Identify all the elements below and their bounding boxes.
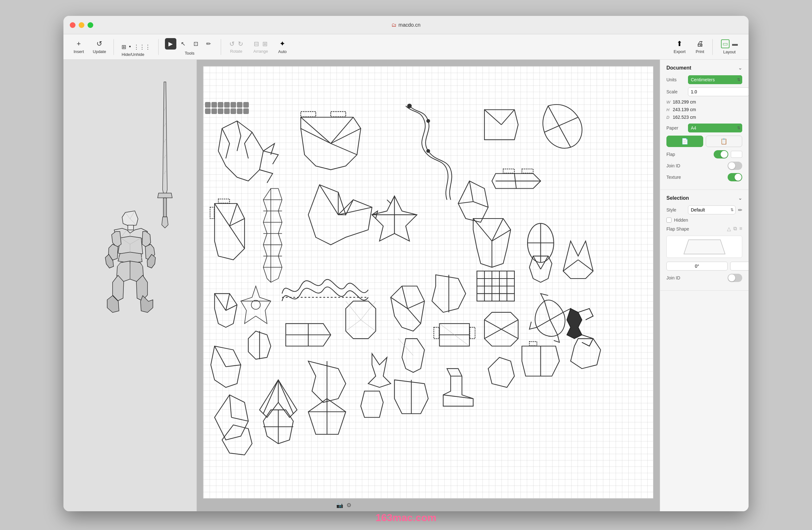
svg-rect-1 — [128, 225, 133, 230]
style-select[interactable]: Default — [688, 206, 736, 214]
paper-sheets: 📷 ⚙ — [197, 60, 660, 511]
svg-point-107 — [251, 301, 260, 309]
arrange-group[interactable]: ⊟ ⊞ Arrange — [249, 38, 273, 56]
svg-line-151 — [484, 329, 501, 339]
auto-group[interactable]: ✦ Auto — [274, 38, 291, 56]
cursor-tool[interactable]: ↖ — [178, 38, 189, 50]
close-button[interactable] — [70, 22, 75, 28]
selection-header: Selection ⌄ — [666, 195, 742, 201]
svg-rect-96 — [522, 169, 533, 173]
camera-icon[interactable]: 📷 — [336, 502, 343, 509]
app-window: 🗂 macdo.cn + Insert ↺ Update ⊞ — [63, 16, 749, 511]
paper-select[interactable]: A4 A3 Letter — [688, 124, 742, 132]
join-id-toggle[interactable] — [728, 162, 742, 170]
rotate-group[interactable]: ↺ ↻ Rotate — [225, 38, 248, 56]
units-select[interactable]: Centimeters Inches Millimeters — [688, 75, 742, 84]
arrange-label: Arrange — [253, 49, 268, 54]
maximize-button[interactable] — [88, 22, 93, 28]
flap-label: Flap — [666, 152, 685, 157]
svg-line-142 — [398, 338, 413, 355]
print-group[interactable]: 🖨 Print — [691, 38, 709, 56]
svg-rect-145 — [470, 327, 475, 338]
scale-input[interactable] — [688, 87, 749, 96]
grid-icon: ⊞ — [121, 43, 126, 51]
svg-rect-40 — [205, 102, 211, 108]
insert-label: Insert — [74, 49, 84, 54]
portrait-btn[interactable]: 📄 — [666, 136, 703, 147]
svg-rect-38 — [163, 198, 166, 217]
copy-icon[interactable]: ⧉ — [733, 226, 737, 232]
d-value: 162.523 cm — [673, 115, 696, 120]
svg-rect-49 — [224, 109, 230, 114]
hide-unhide-group[interactable]: ⊞ • ⋮⋮⋮ Hide/Unhide — [118, 42, 154, 52]
title-icon: 🗂 — [391, 22, 396, 28]
join-id-row: Join ID — [666, 162, 742, 170]
units-select-wrapper: Centimeters Inches Millimeters ⇅ — [688, 75, 742, 84]
svg-line-149 — [501, 320, 518, 329]
svg-line-116 — [361, 301, 376, 320]
flap-height-input[interactable] — [730, 262, 749, 270]
minimize-button[interactable] — [79, 22, 84, 28]
svg-point-62 — [426, 120, 430, 122]
join-id-label: Join ID — [666, 163, 685, 168]
export-group[interactable]: ⬆ Export — [669, 38, 690, 56]
flap-shape-preview — [666, 236, 742, 258]
svg-line-106 — [226, 305, 237, 310]
svg-line-65 — [501, 110, 514, 125]
sword-model — [154, 79, 176, 238]
flap-extra-btn[interactable] — [731, 151, 742, 158]
separator-1 — [114, 39, 114, 55]
landscape-btn[interactable]: 📋 — [706, 136, 742, 147]
update-button[interactable]: ↺ Update — [89, 38, 110, 56]
triangle-icon[interactable]: △ — [727, 226, 731, 232]
insert-button[interactable]: + Insert — [70, 38, 88, 56]
flap-shape-label: Flap Shape — [666, 226, 689, 232]
svg-line-121 — [408, 301, 424, 309]
layout-group[interactable]: ▭ ▬ Layout — [716, 38, 742, 56]
join-id-toggle-knob — [728, 162, 735, 169]
svg-rect-43 — [224, 102, 230, 108]
svg-marker-165 — [684, 240, 725, 254]
svg-rect-144 — [434, 327, 439, 338]
flap-row: Flap — [666, 150, 742, 158]
paper-label: Paper — [666, 125, 685, 130]
svg-line-92 — [473, 201, 488, 207]
gear-icon-canvas[interactable]: ⚙ — [346, 502, 351, 509]
canvas-area[interactable]: 📷 ⚙ 3% 576 Pages ⚙ — [63, 60, 660, 511]
texture-toggle[interactable] — [728, 173, 742, 181]
tools-label: Tools — [185, 51, 194, 56]
separator-3 — [221, 39, 221, 55]
svg-line-152 — [544, 301, 550, 320]
edit-style-icon[interactable]: ✏ — [738, 207, 742, 213]
distribute-icon[interactable]: ≡ — [739, 226, 742, 232]
hidden-checkbox[interactable] — [666, 218, 671, 223]
play-tool[interactable]: ▶ — [165, 38, 176, 50]
d-label: D — [666, 115, 673, 120]
auto-label: Auto — [278, 49, 287, 54]
document-chevron: ⌄ — [738, 65, 742, 71]
h-label: H — [666, 107, 673, 112]
pen-tool[interactable]: ✏ — [203, 38, 214, 50]
style-select-wrapper: Default ⇅ — [688, 206, 736, 214]
transform-tool[interactable]: ⊡ — [190, 38, 202, 50]
flap-angle1-input[interactable] — [666, 262, 728, 270]
sel-join-id-toggle[interactable] — [728, 274, 742, 282]
svg-line-64 — [484, 110, 501, 125]
svg-rect-95 — [503, 169, 514, 173]
document-section: Document ⌄ Units Centimeters Inches Mill… — [660, 60, 749, 190]
scale-row: Scale — [666, 87, 742, 96]
svg-line-137 — [232, 417, 248, 421]
svg-line-71 — [230, 226, 245, 249]
svg-line-56 — [331, 129, 361, 143]
layout-icon-1: ▭ — [721, 39, 729, 48]
plus-icon: + — [77, 40, 81, 48]
right-panel: Document ⌄ Units Centimeters Inches Mill… — [660, 60, 749, 511]
svg-line-155 — [537, 320, 550, 327]
separator-4 — [712, 39, 713, 55]
height-row: H 243.139 cm — [666, 107, 742, 112]
flap-shape-svg — [679, 238, 730, 256]
flap-toggle-knob — [721, 151, 728, 158]
dot-icon: • — [129, 43, 131, 50]
flap-toggle[interactable] — [714, 150, 728, 158]
layout-label: Layout — [723, 50, 736, 54]
